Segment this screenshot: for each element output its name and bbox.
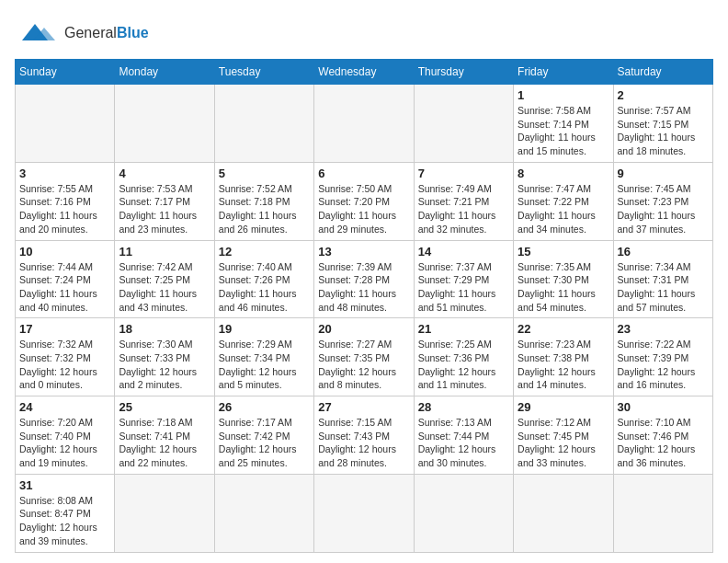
weekday-header-thursday: Thursday [414,60,513,85]
calendar-cell: 17Sunrise: 7:32 AMSunset: 7:32 PMDayligh… [16,318,115,396]
calendar-cell [414,85,513,163]
day-info: Sunrise: 7:50 AMSunset: 7:20 PMDaylight:… [318,182,409,236]
day-info: Sunrise: 7:52 AMSunset: 7:18 PMDaylight:… [219,182,310,236]
calendar-cell: 23Sunrise: 7:22 AMSunset: 7:39 PMDayligh… [613,318,712,396]
calendar-cell: 29Sunrise: 7:12 AMSunset: 7:45 PMDayligh… [514,396,613,475]
day-info: Sunrise: 7:47 AMSunset: 7:22 PMDaylight:… [518,182,609,236]
day-number: 5 [219,167,310,180]
calendar-cell: 9Sunrise: 7:45 AMSunset: 7:23 PMDaylight… [613,162,712,240]
day-number: 10 [19,245,110,259]
header: GeneralBlue [15,15,713,52]
weekday-header-wednesday: Wednesday [314,60,414,85]
day-info: Sunrise: 7:49 AMSunset: 7:21 PMDaylight:… [418,182,509,236]
day-number: 12 [219,245,310,259]
day-info: Sunrise: 7:20 AMSunset: 7:40 PMDaylight:… [19,416,110,470]
calendar-cell: 3Sunrise: 7:55 AMSunset: 7:16 PMDaylight… [16,162,115,240]
calendar-cell: 11Sunrise: 7:42 AMSunset: 7:25 PMDayligh… [115,240,214,318]
day-number: 18 [119,322,210,336]
day-number: 2 [618,88,709,102]
calendar-cell: 5Sunrise: 7:52 AMSunset: 7:18 PMDaylight… [214,162,313,240]
day-number: 30 [618,400,709,414]
day-info: Sunrise: 7:45 AMSunset: 7:23 PMDaylight:… [618,182,709,236]
day-info: Sunrise: 7:34 AMSunset: 7:31 PMDaylight:… [618,260,709,315]
day-number: 9 [618,167,709,180]
day-number: 14 [418,245,509,259]
day-number: 3 [19,167,110,180]
day-number: 8 [518,167,609,180]
calendar-cell: 4Sunrise: 7:53 AMSunset: 7:17 PMDaylight… [115,162,214,240]
day-number: 23 [618,322,709,336]
calendar-cell [115,474,214,552]
calendar-cell: 15Sunrise: 7:35 AMSunset: 7:30 PMDayligh… [514,240,613,318]
day-number: 20 [318,322,409,336]
calendar-cell: 12Sunrise: 7:40 AMSunset: 7:26 PMDayligh… [214,240,313,318]
day-number: 24 [19,400,110,414]
calendar-cell: 21Sunrise: 7:25 AMSunset: 7:36 PMDayligh… [414,318,513,396]
calendar-cell: 20Sunrise: 7:27 AMSunset: 7:35 PMDayligh… [314,318,414,396]
calendar-cell [514,474,613,552]
day-info: Sunrise: 7:39 AMSunset: 7:28 PMDaylight:… [318,260,409,315]
day-info: Sunrise: 7:55 AMSunset: 7:16 PMDaylight:… [19,182,110,236]
day-info: Sunrise: 7:22 AMSunset: 7:39 PMDaylight:… [618,338,709,392]
day-number: 11 [119,245,210,259]
calendar-cell [314,85,414,163]
day-info: Sunrise: 7:30 AMSunset: 7:33 PMDaylight:… [119,338,210,392]
day-info: Sunrise: 7:35 AMSunset: 7:30 PMDaylight:… [518,260,609,315]
weekday-header-tuesday: Tuesday [214,60,313,85]
calendar-cell [214,85,313,163]
day-info: Sunrise: 7:53 AMSunset: 7:17 PMDaylight:… [119,182,210,236]
day-number: 13 [318,245,409,259]
day-info: Sunrise: 7:23 AMSunset: 7:38 PMDaylight:… [518,338,609,392]
weekday-header-friday: Friday [514,60,613,85]
calendar-cell: 31Sunrise: 8:08 AMSunset: 8:47 PMDayligh… [16,474,115,552]
calendar-cell: 8Sunrise: 7:47 AMSunset: 7:22 PMDaylight… [514,162,613,240]
calendar-cell [314,474,414,552]
day-number: 16 [618,245,709,259]
day-info: Sunrise: 7:42 AMSunset: 7:25 PMDaylight:… [119,260,210,315]
calendar-cell: 10Sunrise: 7:44 AMSunset: 7:24 PMDayligh… [16,240,115,318]
day-number: 4 [119,167,210,180]
calendar-cell: 19Sunrise: 7:29 AMSunset: 7:34 PMDayligh… [214,318,313,396]
calendar-cell [214,474,313,552]
weekday-header-monday: Monday [115,60,214,85]
day-number: 7 [418,167,509,180]
day-info: Sunrise: 7:17 AMSunset: 7:42 PMDaylight:… [219,416,310,470]
day-number: 1 [518,88,609,102]
day-number: 26 [219,400,310,414]
day-info: Sunrise: 7:37 AMSunset: 7:29 PMDaylight:… [418,260,509,315]
day-info: Sunrise: 7:40 AMSunset: 7:26 PMDaylight:… [219,260,310,315]
day-info: Sunrise: 7:57 AMSunset: 7:15 PMDaylight:… [618,104,709,158]
calendar-cell: 18Sunrise: 7:30 AMSunset: 7:33 PMDayligh… [115,318,214,396]
calendar-cell: 26Sunrise: 7:17 AMSunset: 7:42 PMDayligh… [214,396,313,475]
day-info: Sunrise: 8:08 AMSunset: 8:47 PMDaylight:… [19,494,110,548]
calendar-cell: 30Sunrise: 7:10 AMSunset: 7:46 PMDayligh… [613,396,712,475]
day-info: Sunrise: 7:29 AMSunset: 7:34 PMDaylight:… [219,338,310,392]
day-info: Sunrise: 7:58 AMSunset: 7:14 PMDaylight:… [518,104,609,158]
day-info: Sunrise: 7:27 AMSunset: 7:35 PMDaylight:… [318,338,409,392]
day-number: 27 [318,400,409,414]
day-info: Sunrise: 7:25 AMSunset: 7:36 PMDaylight:… [418,338,509,392]
day-number: 19 [219,322,310,336]
day-number: 6 [318,167,409,180]
calendar-cell [16,85,115,163]
weekday-header-saturday: Saturday [613,60,712,85]
day-number: 15 [518,245,609,259]
calendar-cell: 6Sunrise: 7:50 AMSunset: 7:20 PMDaylight… [314,162,414,240]
calendar-cell: 13Sunrise: 7:39 AMSunset: 7:28 PMDayligh… [314,240,414,318]
day-info: Sunrise: 7:44 AMSunset: 7:24 PMDaylight:… [19,260,110,315]
day-number: 28 [418,400,509,414]
day-number: 29 [518,400,609,414]
calendar-cell [613,474,712,552]
day-info: Sunrise: 7:18 AMSunset: 7:41 PMDaylight:… [119,416,210,470]
day-info: Sunrise: 7:32 AMSunset: 7:32 PMDaylight:… [19,338,110,392]
calendar-cell: 2Sunrise: 7:57 AMSunset: 7:15 PMDaylight… [613,85,712,163]
calendar-cell: 24Sunrise: 7:20 AMSunset: 7:40 PMDayligh… [16,396,115,475]
calendar-cell: 7Sunrise: 7:49 AMSunset: 7:21 PMDaylight… [414,162,513,240]
day-number: 25 [119,400,210,414]
calendar-cell: 22Sunrise: 7:23 AMSunset: 7:38 PMDayligh… [514,318,613,396]
calendar-cell: 25Sunrise: 7:18 AMSunset: 7:41 PMDayligh… [115,396,214,475]
calendar-cell [414,474,513,552]
day-number: 17 [19,322,110,336]
day-info: Sunrise: 7:12 AMSunset: 7:45 PMDaylight:… [518,416,609,470]
calendar-cell: 28Sunrise: 7:13 AMSunset: 7:44 PMDayligh… [414,396,513,475]
